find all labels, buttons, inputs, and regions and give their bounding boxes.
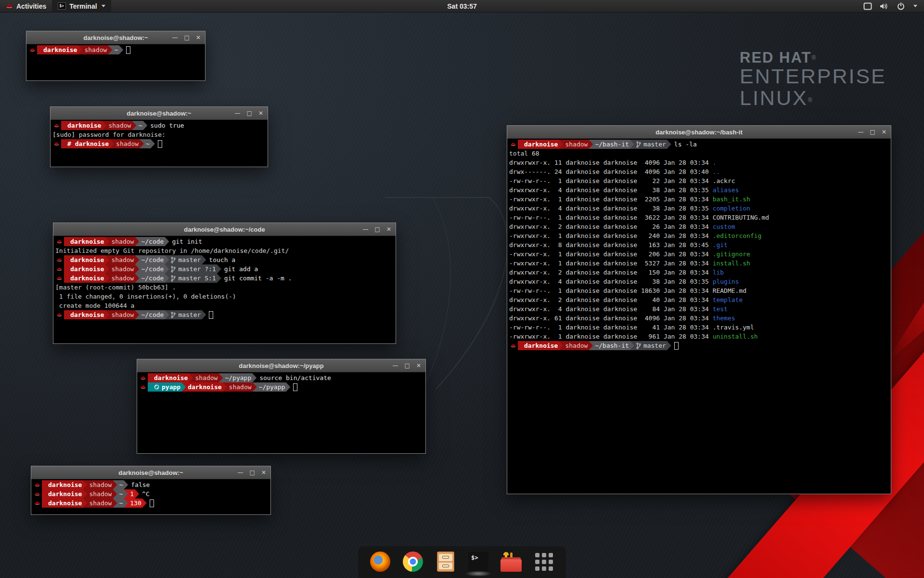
file-name: . — [713, 159, 717, 166]
file-list-row: drwx------. 24 darknoise darknoise 4096 … — [509, 167, 889, 176]
window-titlebar[interactable]: darknoise@shadow:~/code — □ ✕ — [53, 223, 396, 236]
window-titlebar[interactable]: darknoise@shadow:~ — □ ✕ — [31, 466, 270, 479]
file-name: .editorconfig — [713, 232, 762, 239]
terminal-content[interactable]: darknoiseshadow~/pyappsource bin/activat… — [137, 372, 425, 453]
file-list-row: -rw-rw-r--. 1 darknoise darknoise 3622 J… — [509, 213, 889, 222]
minimize-button[interactable]: — — [363, 223, 369, 236]
command-text: git commit -a -m . — [224, 274, 292, 283]
host-segment: shadow — [102, 121, 136, 130]
toolbox-icon[interactable] — [500, 551, 522, 572]
file-meta: drwxrwxr-x. 4 darknoise darknoise 38 Jan… — [509, 186, 713, 194]
maximize-button[interactable]: □ — [247, 107, 252, 120]
terminal-window-home-small: darknoise@shadow:~ — □ ✕ darknoiseshadow… — [26, 31, 205, 81]
host-segment: shadow — [105, 274, 139, 283]
user-segment: darknoise — [64, 237, 109, 246]
file-meta: -rwxrwxr-x. 1 darknoise darknoise 206 Ja… — [509, 250, 713, 258]
maximize-button[interactable]: □ — [870, 126, 875, 139]
app-menu-terminal[interactable]: $> Terminal — [52, 0, 111, 12]
clock[interactable]: Sat 03:57 — [442, 0, 481, 12]
terminal-cursor — [674, 342, 679, 350]
window-titlebar[interactable]: darknoise@shadow:~ — □ ✕ — [26, 31, 205, 44]
chevron-down-icon[interactable] — [913, 5, 917, 7]
user-segment: darknoise — [148, 373, 193, 382]
host-segment: shadow — [559, 140, 593, 149]
user-segment: darknoise — [518, 341, 563, 350]
activities-button[interactable]: Activities — [0, 0, 52, 12]
chrome-icon[interactable] — [402, 551, 424, 572]
maximize-button[interactable]: □ — [375, 223, 380, 236]
user-segment: darknoise — [42, 499, 87, 508]
firefox-icon[interactable] — [370, 551, 391, 572]
file-meta: drwxrwxr-x. 8 darknoise darknoise 163 Ja… — [509, 241, 713, 249]
maximize-button[interactable]: □ — [250, 466, 255, 479]
redhat-icon — [53, 141, 60, 147]
redhat-icon — [140, 384, 146, 390]
terminal-output-line: [sudo] password for darknoise: — [52, 130, 266, 139]
user-segment: # darknoise — [61, 139, 114, 148]
terminal-content[interactable]: darknoiseshadow~ — [26, 44, 205, 80]
host-segment: shadow — [83, 499, 117, 508]
file-name: .ackrc — [713, 177, 735, 184]
close-button[interactable]: ✕ — [882, 126, 886, 139]
terminal-content[interactable]: darknoiseshadow~falsedarknoiseshadow~1^C… — [31, 479, 270, 514]
git-segment: master S:1 — [165, 274, 221, 283]
terminal-output-line: 1 file changed, 0 insertions(+), 0 delet… — [55, 292, 394, 301]
file-meta: drwxrwxr-x. 2 darknoise darknoise 26 Jan… — [509, 223, 713, 230]
volume-icon[interactable] — [880, 2, 889, 10]
host-segment: shadow — [78, 45, 112, 54]
terminal-window-exit-codes: darknoise@shadow:~ — □ ✕ darknoiseshadow… — [31, 466, 271, 515]
terminal-icon[interactable]: $> — [468, 551, 489, 572]
maximize-button[interactable]: □ — [405, 359, 410, 372]
redhat-icon — [56, 257, 63, 263]
file-list-row: -rwxrwxr-x. 1 darknoise darknoise 240 Ja… — [509, 231, 889, 240]
terminal-content[interactable]: darknoiseshadow~/codegit initInitialized… — [53, 236, 396, 343]
window-titlebar[interactable]: darknoise@shadow:~ — □ ✕ — [51, 107, 268, 120]
power-icon[interactable] — [897, 2, 905, 10]
app-grid-icon[interactable] — [533, 551, 554, 572]
close-button[interactable]: ✕ — [261, 466, 266, 479]
git-branch-icon — [636, 342, 641, 349]
terminal-prompt-line: darknoiseshadow~/bash-itmasterls -la — [509, 140, 889, 149]
maximize-button[interactable]: □ — [184, 31, 190, 44]
user-segment: darknoise — [37, 45, 82, 54]
redhat-icon — [6, 2, 13, 10]
window-title: darknoise@shadow:~ — [31, 469, 270, 476]
display-icon[interactable] — [863, 2, 872, 10]
terminal-window-sudo: darknoise@shadow:~ — □ ✕ darknoiseshadow… — [50, 106, 268, 167]
redhat-icon — [510, 342, 516, 349]
close-button[interactable]: ✕ — [386, 223, 391, 236]
minimize-button[interactable]: — — [238, 466, 244, 479]
file-name: lib — [713, 269, 724, 276]
terminal-window-pyapp: darknoise@shadow:~/pyapp — □ ✕ darknoise… — [137, 359, 426, 454]
minimize-button[interactable]: — — [858, 126, 864, 139]
files-icon[interactable] — [435, 551, 456, 572]
terminal-content[interactable]: darknoiseshadow~/bash-itmasterls -latota… — [507, 139, 891, 494]
file-meta: -rw-rw-r--. 1 darknoise darknoise 41 Jan… — [509, 324, 713, 331]
minimize-button[interactable]: — — [235, 107, 241, 120]
dock: $> — [358, 546, 566, 578]
user-segment: darknoise — [64, 310, 109, 319]
file-list-row: -rwxrwxr-x. 1 darknoise darknoise 961 Ja… — [509, 332, 889, 341]
terminal-cursor — [126, 46, 130, 54]
file-name: completion — [713, 205, 750, 212]
terminal-content[interactable]: darknoiseshadow~sudo true[sudo] password… — [51, 120, 268, 167]
minimize-button[interactable]: — — [172, 31, 178, 44]
git-branch-icon — [171, 275, 176, 282]
file-name: uninstall.sh — [713, 333, 758, 340]
file-meta: -rw-rw-r--. 1 darknoise darknoise 22 Jan… — [509, 177, 713, 184]
close-button[interactable]: ✕ — [416, 359, 421, 372]
file-meta: -rwxrwxr-x. 1 darknoise darknoise 5327 J… — [509, 260, 713, 267]
terminal-prompt-line: darknoiseshadow~/pyappsource bin/activat… — [139, 373, 424, 382]
top-bar: Activities $> Terminal Sat 03:57 — [0, 0, 924, 13]
file-meta: drwxrwxr-x. 61 darknoise darknoise 4096 … — [509, 315, 713, 322]
minimize-button[interactable]: — — [393, 359, 398, 372]
close-button[interactable]: ✕ — [196, 31, 201, 44]
git-segment: master — [630, 140, 671, 149]
window-titlebar[interactable]: darknoise@shadow:~/pyapp — □ ✕ — [137, 359, 425, 372]
file-list-row: drwxrwxr-x. 8 darknoise darknoise 163 Ja… — [509, 240, 889, 250]
terminal-app-icon: $> — [58, 2, 66, 10]
window-titlebar[interactable]: darknoise@shadow:~/bash-it — □ ✕ — [507, 126, 891, 139]
path-segment: ~/bash-it — [589, 341, 634, 350]
host-segment: shadow — [105, 237, 139, 246]
close-button[interactable]: ✕ — [258, 107, 263, 120]
